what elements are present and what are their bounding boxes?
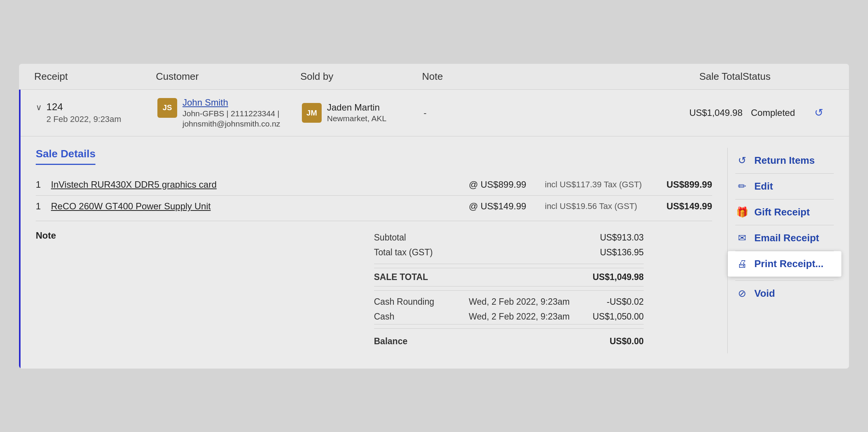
note-cell: - bbox=[424, 108, 674, 118]
receipt-summary: ∨ 124 2 Feb 2022, 9:23am JS John Smith J… bbox=[21, 90, 849, 136]
item-price-2: @ US$149.99 bbox=[469, 201, 545, 212]
item-total-2: US$149.99 bbox=[644, 201, 712, 212]
sale-total-cell: US$1,049.98 bbox=[674, 108, 743, 118]
customer-cell: JS John Smith John-GFBS | 2111223344 | j… bbox=[157, 97, 302, 128]
summary-section: Note Subtotal US$913.03 Total tax (GST) bbox=[36, 227, 712, 353]
line-item: 1 InVistech RUR430X DDR5 graphics card @… bbox=[36, 174, 712, 196]
item-tax-1: incl US$117.39 Tax (GST) bbox=[545, 180, 644, 190]
sold-by-details: Jaden Martin Newmarket, AKL bbox=[327, 102, 386, 123]
subtotal-label: Subtotal bbox=[374, 233, 406, 243]
edit-label: Edit bbox=[754, 180, 773, 192]
sale-details-left: Sale Details 1 InVistech RUR430X DDR5 gr… bbox=[36, 148, 727, 353]
main-container: Receipt Customer Sold by Note Sale Total… bbox=[19, 64, 849, 369]
col-receipt: Receipt bbox=[34, 71, 156, 82]
item-qty-1: 1 bbox=[36, 179, 51, 190]
return-icon-cell: ↺ bbox=[803, 106, 834, 119]
print-receipt-action[interactable]: 🖨 Print Receipt... bbox=[728, 251, 841, 277]
void-icon: ⊘ bbox=[735, 288, 749, 299]
customer-email: johnsmith@johnsmith.co.nz bbox=[182, 119, 280, 128]
tax-value: US$136.95 bbox=[600, 247, 644, 258]
subtotal-value: US$913.03 bbox=[600, 233, 644, 243]
cash-rounding-value: -US$0.02 bbox=[575, 297, 644, 307]
cash-date: Wed, 2 Feb 2022, 9:23am bbox=[469, 312, 575, 322]
customer-name[interactable]: John Smith bbox=[182, 97, 280, 108]
sale-details-title: Sale Details bbox=[36, 148, 95, 165]
sold-by-name: Jaden Martin bbox=[327, 102, 386, 113]
receipt-number: 124 bbox=[46, 101, 121, 113]
status-cell: Completed bbox=[743, 108, 803, 118]
return-items-icon: ↺ bbox=[735, 155, 749, 166]
email-receipt-action[interactable]: ✉ Email Receipt bbox=[735, 225, 834, 251]
col-sale-total: Sale Total bbox=[674, 71, 743, 82]
sold-by-avatar: JM bbox=[302, 103, 322, 123]
col-status: Status bbox=[743, 71, 803, 82]
void-action[interactable]: ⊘ Void bbox=[735, 280, 834, 306]
edit-action[interactable]: ✏ Edit bbox=[735, 174, 834, 199]
receipt-date: 2 Feb 2022, 9:23am bbox=[46, 114, 121, 124]
receipt-number-cell: ∨ 124 2 Feb 2022, 9:23am bbox=[36, 101, 157, 124]
customer-avatar: JS bbox=[157, 98, 177, 118]
item-name-2[interactable]: ReCO 260W GT400 Power Supply Unit bbox=[51, 201, 469, 212]
item-name-1[interactable]: InVistech RUR430X DDR5 graphics card bbox=[51, 179, 469, 190]
note-section-label: Note bbox=[36, 230, 56, 241]
gift-receipt-label: Gift Receipt bbox=[754, 206, 810, 218]
item-price-1: @ US$899.99 bbox=[469, 179, 545, 190]
line-item: 1 ReCO 260W GT400 Power Supply Unit @ US… bbox=[36, 196, 712, 217]
col-note: Note bbox=[422, 71, 674, 82]
action-panel: ↺ Return Items ✏ Edit 🎁 Gift Receipt ✉ E… bbox=[727, 148, 834, 353]
cash-rounding-label: Cash Rounding bbox=[374, 297, 469, 307]
sale-total-label: SALE TOTAL bbox=[374, 272, 428, 282]
table-header: Receipt Customer Sold by Note Sale Total… bbox=[19, 64, 849, 90]
item-qty-2: 1 bbox=[36, 201, 51, 212]
balance-value: US$0.00 bbox=[609, 336, 644, 347]
col-sold-by: Sold by bbox=[300, 71, 422, 82]
customer-details: John Smith John-GFBS | 2111223344 | john… bbox=[182, 97, 280, 128]
cash-label: Cash bbox=[374, 312, 469, 322]
line-items: 1 InVistech RUR430X DDR5 graphics card @… bbox=[36, 174, 712, 217]
customer-code: John-GFBS | 2111223344 | bbox=[182, 109, 280, 118]
return-icon[interactable]: ↺ bbox=[814, 106, 823, 119]
gift-receipt-icon: 🎁 bbox=[735, 206, 749, 218]
sale-details-section: Sale Details 1 InVistech RUR430X DDR5 gr… bbox=[21, 136, 849, 369]
cash-rounding-date: Wed, 2 Feb 2022, 9:23am bbox=[469, 297, 575, 307]
void-label: Void bbox=[754, 288, 775, 299]
gift-receipt-action[interactable]: 🎁 Gift Receipt bbox=[735, 199, 834, 225]
sold-by-location: Newmarket, AKL bbox=[327, 114, 386, 123]
return-items-label: Return Items bbox=[754, 155, 815, 166]
chevron-down-icon[interactable]: ∨ bbox=[36, 103, 42, 112]
email-receipt-icon: ✉ bbox=[735, 232, 749, 244]
balance-label: Balance bbox=[374, 336, 408, 347]
tax-label: Total tax (GST) bbox=[374, 247, 433, 258]
receipt-row: ∨ 124 2 Feb 2022, 9:23am JS John Smith J… bbox=[19, 90, 849, 369]
email-receipt-label: Email Receipt bbox=[754, 232, 819, 244]
receipt-info: 124 2 Feb 2022, 9:23am bbox=[46, 101, 121, 124]
edit-icon: ✏ bbox=[735, 180, 749, 192]
cash-value: US$1,050.00 bbox=[575, 312, 644, 322]
item-total-1: US$899.99 bbox=[644, 179, 712, 190]
col-action bbox=[803, 71, 834, 82]
return-items-action[interactable]: ↺ Return Items bbox=[735, 148, 834, 174]
print-receipt-label: Print Receipt... bbox=[754, 258, 824, 270]
col-customer: Customer bbox=[156, 71, 300, 82]
sold-by-cell: JM Jaden Martin Newmarket, AKL bbox=[302, 102, 424, 123]
sale-total-summary-value: US$1,049.98 bbox=[593, 272, 644, 282]
item-tax-2: incl US$19.56 Tax (GST) bbox=[545, 201, 644, 211]
print-receipt-icon: 🖨 bbox=[735, 258, 749, 270]
